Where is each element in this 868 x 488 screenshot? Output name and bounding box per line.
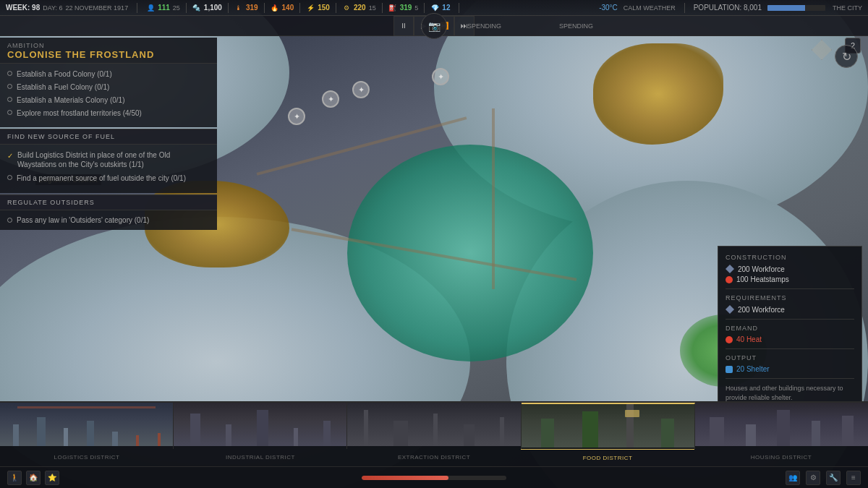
objective-text-1: Establish a Food Colony (0/1) bbox=[17, 69, 112, 79]
objective-item-4: Explore most frostland territories (4/50… bbox=[7, 108, 210, 118]
center-camera-button[interactable]: 📷 bbox=[421, 13, 447, 39]
logistics-thumb bbox=[0, 403, 173, 446]
hud-gear-value: 220 bbox=[354, 4, 366, 12]
objective-text-2: Establish a Fuel Colony (0/1) bbox=[17, 82, 109, 92]
ambition-title: COLONISE THE FROSTLAND bbox=[7, 49, 210, 60]
hud-fire-icon: 🔥 bbox=[271, 4, 279, 12]
construction-row-2: 100 Heatstamps bbox=[726, 275, 854, 283]
toolbar-left-icons: 🚶 🏠 ⭐ bbox=[7, 471, 59, 485]
building-slot-logistics[interactable] bbox=[0, 403, 174, 449]
toolbar-icon-tools[interactable]: 🔧 bbox=[826, 471, 841, 485]
tools-icon: 🔧 bbox=[829, 474, 838, 481]
map-marker-1[interactable]: ✦ bbox=[322, 90, 339, 108]
toolbar-icon-menu[interactable]: ≡ bbox=[846, 471, 861, 485]
hud-date: 22 NOVEMBER 1917 bbox=[66, 4, 129, 12]
ind-tower-4 bbox=[294, 428, 298, 446]
fuel-item-2: Find a permanent source of fuel outside … bbox=[7, 174, 210, 183]
output-row-1: 20 Shelter bbox=[726, 365, 854, 373]
pause-icon: ⏸ bbox=[400, 22, 407, 30]
fuel-objectives: ✓ Build Logistics District in place of o… bbox=[0, 145, 217, 193]
hud-gem-icon: 💎 bbox=[430, 4, 439, 12]
tab-extraction[interactable]: EXTRACTION DISTRICT bbox=[347, 449, 521, 466]
pause-button[interactable]: ⏸ bbox=[393, 16, 414, 36]
house-2 bbox=[746, 424, 756, 446]
fuel-text-2: Find a permanent source of fuel outside … bbox=[17, 174, 186, 183]
outsider-circle-1 bbox=[7, 218, 12, 223]
map-marker-4[interactable]: ✦ bbox=[288, 108, 305, 125]
panel-divider-2 bbox=[726, 319, 854, 320]
rotate-button[interactable]: ↻ bbox=[835, 45, 858, 68]
spending-labels: SPENDING SPENDING bbox=[467, 16, 593, 36]
map-marker-2[interactable]: ✦ bbox=[352, 81, 370, 98]
ind-tower-3 bbox=[257, 410, 268, 446]
left-panel: AMBITION COLONISE THE FROSTLAND Establis… bbox=[0, 38, 217, 230]
map-marker-3[interactable]: ✦ bbox=[432, 68, 449, 85]
building-slot-industrial[interactable] bbox=[174, 403, 347, 449]
hud-workers-extra: 25 bbox=[173, 4, 180, 12]
right-panel: CONSTRUCTION 200 Workforce 100 Heatstamp… bbox=[718, 246, 862, 410]
outsiders-section: REGULATE OUTSIDERS Pass any law in 'Outs… bbox=[0, 194, 217, 230]
building-strip: LOGISTICS DISTRICT INDUSTRIAL DISTRICT E… bbox=[0, 401, 868, 466]
toolbar-icon-star[interactable]: ⭐ bbox=[45, 471, 59, 485]
city-center bbox=[347, 145, 593, 361]
construction-workforce-label: 200 Workforce bbox=[738, 265, 785, 273]
toolbar-icon-people[interactable]: 👥 bbox=[786, 471, 800, 485]
industrial-structures bbox=[174, 410, 346, 446]
panel-note: Houses and other buildings necessary to … bbox=[726, 384, 854, 402]
workforce-icon-2 bbox=[726, 305, 734, 314]
panel-divider-1 bbox=[726, 288, 854, 289]
spending-label-1: SPENDING bbox=[467, 22, 501, 30]
ls-pipe-2 bbox=[37, 417, 46, 446]
house-5 bbox=[842, 416, 854, 446]
hud-day: DAY: 6 bbox=[43, 4, 62, 12]
building-slot-food[interactable] bbox=[522, 403, 695, 449]
objective-text-4: Explore most frostland territories (4/50… bbox=[17, 108, 142, 118]
star-icon: ⭐ bbox=[48, 474, 56, 481]
tab-housing[interactable]: HOUSING DISTRICT bbox=[694, 449, 868, 466]
industrial-thumb bbox=[174, 403, 346, 446]
hud-workers-value: 111 bbox=[158, 4, 170, 12]
hud-gear-extra: 15 bbox=[369, 4, 376, 12]
hud-divider-4 bbox=[264, 3, 265, 13]
nav-diamond[interactable] bbox=[812, 40, 832, 60]
hud-power-icon: ⚡ bbox=[306, 4, 315, 12]
requirements-header: REQUIREMENTS bbox=[726, 294, 854, 301]
map-marker-icon-4: ✦ bbox=[294, 112, 300, 121]
outsider-text-1: Pass any law in 'Outsiders' category (0/… bbox=[17, 216, 149, 224]
tab-logistics[interactable]: LOGISTICS DISTRICT bbox=[0, 449, 174, 466]
requirements-row-1: 200 Workforce bbox=[726, 305, 854, 314]
hud-pop-fill bbox=[767, 5, 805, 11]
hud-divider-8 bbox=[424, 3, 425, 13]
requirements-workforce-label: 200 Workforce bbox=[738, 306, 785, 314]
ext-platform-2 bbox=[464, 424, 475, 446]
hud-temperature: -30°C bbox=[599, 4, 618, 12]
playback-bar: ⏸ ▶ ⏩ ⏭ 📷 SPENDING SPENDING bbox=[0, 16, 868, 36]
hud-temp-icon: 🌡 bbox=[234, 4, 243, 12]
ambition-header: AMBITION COLONISE THE FROSTLAND bbox=[0, 38, 217, 64]
map-marker-icon-2: ✦ bbox=[358, 85, 365, 95]
shelter-icon bbox=[726, 366, 733, 373]
building-slot-extraction[interactable] bbox=[347, 403, 521, 449]
hud-materials-icon: 🔩 bbox=[192, 4, 201, 12]
food-thumb bbox=[522, 404, 694, 448]
objective-circle-1 bbox=[7, 71, 12, 76]
heat-icon-1 bbox=[726, 276, 733, 283]
toolbar-icon-home[interactable]: 🏠 bbox=[26, 471, 41, 485]
map-marker-icon-3: ✦ bbox=[438, 72, 444, 82]
objective-circle-4 bbox=[7, 110, 12, 115]
toolbar-right-icons: 👥 ⚙ 🔧 ≡ bbox=[786, 471, 861, 485]
ls-pipe-3 bbox=[64, 428, 68, 446]
tab-industrial[interactable]: INDUSTRIAL DISTRICT bbox=[174, 449, 347, 466]
toolbar-icon-settings[interactable]: ⚙ bbox=[806, 471, 820, 485]
tab-food[interactable]: FOOD DISTRICT bbox=[521, 449, 694, 466]
toolbar-icon-walk[interactable]: 🚶 bbox=[7, 471, 22, 485]
building-slot-housing[interactable] bbox=[695, 403, 868, 449]
ls-pipe-red bbox=[136, 435, 139, 446]
objective-item-1: Establish a Food Colony (0/1) bbox=[7, 69, 210, 79]
hud-divider-6 bbox=[336, 3, 336, 13]
demand-row-1: 40 Heat bbox=[726, 335, 854, 343]
housing-structures bbox=[695, 410, 868, 446]
hud-divider-1 bbox=[137, 3, 137, 13]
fuel-item-1: ✓ Build Logistics District in place of o… bbox=[7, 150, 210, 169]
ind-tower-5 bbox=[323, 421, 331, 446]
